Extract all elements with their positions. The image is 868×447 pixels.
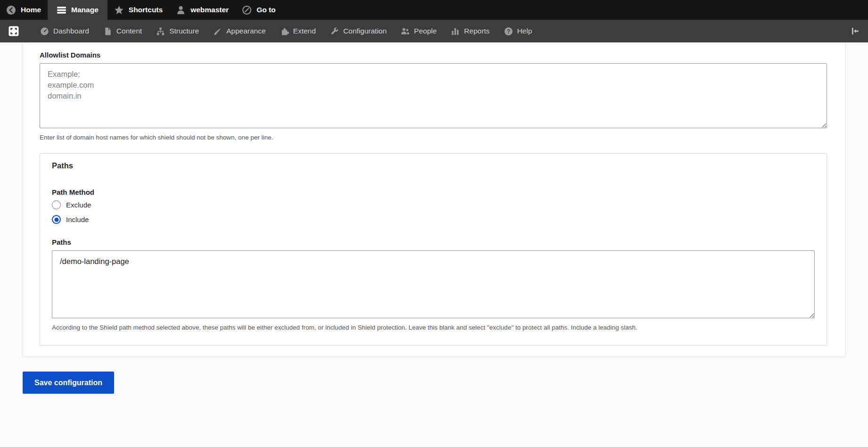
paths-fieldset: Paths Path Method Exclude Include Paths … [40,153,827,346]
allowlist-domains-textarea[interactable] [40,63,827,128]
star-icon [114,5,124,15]
toolbar-item-shortcuts[interactable]: Shortcuts [107,0,169,20]
menu-item-content[interactable]: Content [96,20,149,42]
admin-toolbar-bar: Home Manage Shortcuts webmaster Go to [0,0,868,20]
radio-include-input[interactable] [52,215,61,224]
gauge-icon [40,27,49,36]
goto-search-icon [242,5,252,15]
toolbar-item-user[interactable]: webmaster [169,0,235,20]
toolbar-item-label: Home [21,6,41,14]
wrench-icon [330,27,339,36]
toolbar-item-goto[interactable]: Go to [235,0,282,20]
hamburger-icon [57,5,66,15]
menu-item-structure[interactable]: Structure [149,20,206,42]
shield-settings-form: Allowlist Domains Enter list of domain h… [23,42,845,356]
toolbar-item-label: Shortcuts [129,6,163,14]
toolbar-item-label: Manage [71,6,99,14]
toolbar-orientation-icon[interactable] [8,26,19,36]
toolbar-item-label: webmaster [190,6,229,14]
menu-item-extend[interactable]: Extend [273,20,323,42]
menu-item-label: Extend [293,27,316,35]
people-icon [401,27,410,36]
menu-item-appearance[interactable]: Appearance [206,20,273,42]
radio-option-include[interactable]: Include [52,215,815,224]
menu-item-label: People [414,27,437,35]
puzzle-icon [280,27,289,36]
admin-toolbar-tray: Dashboard Content Structure Appearance E… [0,20,868,42]
paintbrush-icon [213,27,222,36]
menu-item-label: Content [116,27,142,35]
toolbar-item-manage[interactable]: Manage [48,0,107,20]
menu-item-label: Configuration [343,27,387,35]
menu-item-label: Help [517,27,532,35]
radio-exclude-label: Exclude [66,201,91,209]
menu-item-reports[interactable]: Reports [444,20,496,42]
menu-item-help[interactable]: ? Help [497,20,539,42]
user-icon [176,5,186,15]
paths-fieldset-legend: Paths [52,161,815,170]
toolbar-item-label: Go to [256,6,275,14]
save-configuration-button[interactable]: Save configuration [23,372,114,394]
svg-text:?: ? [507,28,510,34]
bar-chart-icon [451,27,460,36]
radio-include-label: Include [66,215,89,224]
collapse-toolbar-icon[interactable] [850,26,860,36]
menu-item-people[interactable]: People [394,20,444,42]
menu-item-label: Structure [169,27,199,35]
radio-exclude-input[interactable] [52,200,61,209]
question-icon: ? [504,27,513,36]
paths-description: According to the Shield path method sele… [52,324,815,331]
path-method-label: Path Method [52,188,815,196]
menu-item-label: Dashboard [53,27,89,35]
menu-item-label: Reports [464,27,489,35]
menu-item-dashboard[interactable]: Dashboard [33,20,96,42]
page-content: Allowlist Domains Enter list of domain h… [0,42,868,447]
allowlist-domains-label: Allowlist Domains [40,51,827,59]
radio-option-exclude[interactable]: Exclude [52,200,815,209]
menu-item-configuration[interactable]: Configuration [323,20,394,42]
back-circle-icon [6,5,16,15]
allowlist-domains-description: Enter list of domain host names for whic… [40,134,827,141]
paths-textarea[interactable]: /demo-landing-page [52,250,815,318]
paths-label: Paths [52,238,815,246]
menu-item-label: Appearance [226,27,266,35]
sitemap-icon [156,27,165,36]
document-icon [103,27,112,36]
toolbar-item-home[interactable]: Home [0,0,48,20]
